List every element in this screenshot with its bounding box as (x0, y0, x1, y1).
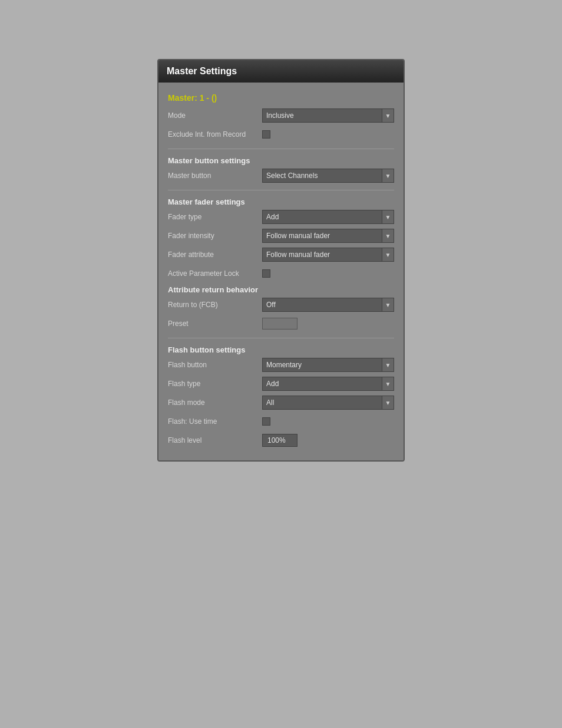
fader-intensity-value: Follow manual fader (263, 230, 382, 242)
active-param-lock-row: Active Parameter Lock (168, 266, 394, 281)
flash-type-dropdown-arrow[interactable]: ▼ (382, 377, 394, 390)
exclude-row: Exclude Int. from Record (168, 127, 394, 141)
mode-dropdown-arrow[interactable]: ▼ (382, 109, 394, 122)
flash-use-time-row: Flash: Use time (168, 414, 394, 429)
mode-select[interactable]: Inclusive ▼ (262, 108, 394, 123)
flash-mode-row: Flash mode All ▼ (168, 396, 394, 410)
flash-button-dropdown-arrow[interactable]: ▼ (382, 358, 394, 371)
mode-label: Mode (168, 111, 262, 120)
flash-type-label: Flash type (168, 380, 262, 388)
mode-control: Inclusive ▼ (262, 108, 394, 123)
flash-level-row: Flash level 100% (168, 433, 394, 447)
return-fcb-select[interactable]: Off ▼ (262, 298, 394, 312)
fader-attribute-control: Follow manual fader ▼ (262, 248, 394, 262)
fader-type-select[interactable]: Add ▼ (262, 210, 394, 224)
master-settings-panel: Master Settings Master: 1 - () Mode Incl… (157, 59, 405, 462)
panel-header: Master Settings (158, 60, 404, 83)
divider-2 (168, 190, 394, 190)
flash-mode-select[interactable]: All ▼ (262, 396, 394, 410)
fader-attribute-dropdown-arrow[interactable]: ▼ (382, 248, 394, 261)
flash-button-select[interactable]: Momentary ▼ (262, 358, 394, 372)
fader-type-value: Add (263, 211, 382, 223)
fader-type-row: Fader type Add ▼ (168, 210, 394, 224)
return-fcb-value: Off (263, 299, 382, 311)
mode-value: Inclusive (263, 110, 382, 121)
flash-button-row: Flash button Momentary ▼ (168, 358, 394, 372)
divider-3 (168, 338, 394, 338)
flash-mode-control: All ▼ (262, 396, 394, 410)
fader-attribute-label: Fader attribute (168, 251, 262, 259)
fader-attribute-row: Fader attribute Follow manual fader ▼ (168, 248, 394, 262)
master-button-dropdown-arrow[interactable]: ▼ (382, 169, 394, 182)
preset-control (262, 318, 394, 330)
active-param-lock-label: Active Parameter Lock (168, 269, 262, 278)
fader-type-label: Fader type (168, 213, 262, 221)
flash-use-time-checkbox[interactable] (262, 417, 270, 426)
master-button-settings-heading: Master button settings (168, 156, 394, 165)
fader-attribute-value: Follow manual fader (263, 249, 382, 261)
master-button-control: Select Channels ▼ (262, 169, 394, 183)
flash-type-value: Add (263, 378, 382, 390)
fader-intensity-row: Fader intensity Follow manual fader ▼ (168, 229, 394, 243)
active-param-lock-control (262, 269, 394, 278)
preset-row: Preset (168, 317, 394, 331)
fader-type-control: Add ▼ (262, 210, 394, 224)
flash-mode-label: Flash mode (168, 398, 262, 407)
master-button-select[interactable]: Select Channels ▼ (262, 169, 394, 183)
flash-level-control: 100% (262, 434, 394, 447)
flash-type-select[interactable]: Add ▼ (262, 377, 394, 391)
master-heading: Master: 1 - () (168, 93, 394, 103)
preset-label: Preset (168, 319, 262, 328)
master-button-value: Select Channels (263, 170, 382, 182)
flash-mode-value: All (263, 397, 382, 409)
attribute-return-heading: Attribute return behavior (168, 285, 394, 294)
panel-title: Master Settings (167, 66, 237, 77)
active-param-lock-checkbox[interactable] (262, 269, 270, 278)
exclude-checkbox[interactable] (262, 130, 270, 139)
return-fcb-label: Return to (FCB) (168, 301, 262, 309)
fader-intensity-label: Fader intensity (168, 232, 262, 240)
exclude-label: Exclude Int. from Record (168, 130, 262, 139)
fader-intensity-dropdown-arrow[interactable]: ▼ (382, 229, 394, 242)
flash-button-label: Flash button (168, 361, 262, 369)
flash-use-time-label: Flash: Use time (168, 417, 262, 426)
flash-level-value[interactable]: 100% (262, 434, 297, 447)
master-fader-settings-heading: Master fader settings (168, 197, 394, 206)
master-button-row: Master button Select Channels ▼ (168, 169, 394, 183)
flash-button-value: Momentary (263, 359, 382, 371)
flash-button-settings-heading: Flash button settings (168, 345, 394, 354)
exclude-control (262, 130, 394, 139)
divider-1 (168, 149, 394, 149)
fader-intensity-select[interactable]: Follow manual fader ▼ (262, 229, 394, 243)
master-button-label: Master button (168, 172, 262, 180)
flash-type-control: Add ▼ (262, 377, 394, 391)
return-fcb-control: Off ▼ (262, 298, 394, 312)
flash-level-label: Flash level (168, 436, 262, 444)
fader-attribute-select[interactable]: Follow manual fader ▼ (262, 248, 394, 262)
flash-use-time-control (262, 417, 394, 426)
return-fcb-row: Return to (FCB) Off ▼ (168, 298, 394, 312)
mode-row: Mode Inclusive ▼ (168, 108, 394, 123)
preset-box[interactable] (262, 318, 297, 330)
flash-type-row: Flash type Add ▼ (168, 377, 394, 391)
fader-type-dropdown-arrow[interactable]: ▼ (382, 210, 394, 223)
return-fcb-dropdown-arrow[interactable]: ▼ (382, 298, 394, 311)
flash-button-control: Momentary ▼ (262, 358, 394, 372)
panel-body: Master: 1 - () Mode Inclusive ▼ Exclude … (158, 83, 404, 460)
flash-mode-dropdown-arrow[interactable]: ▼ (382, 396, 394, 409)
fader-intensity-control: Follow manual fader ▼ (262, 229, 394, 243)
